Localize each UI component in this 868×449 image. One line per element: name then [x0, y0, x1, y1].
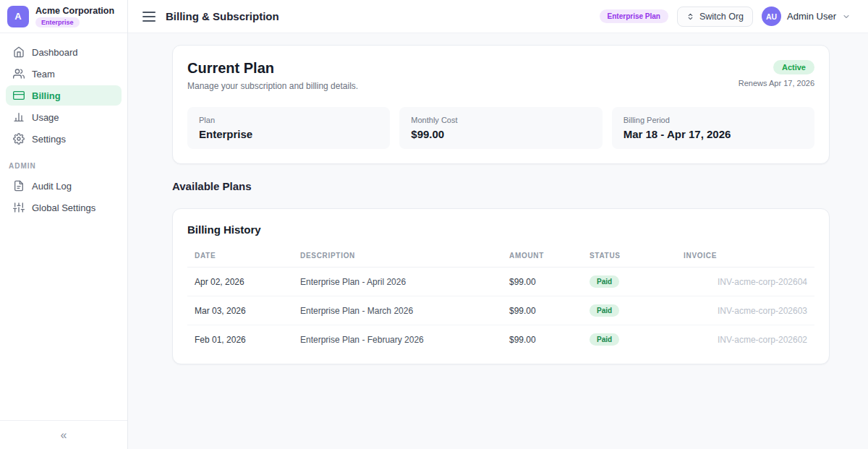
document-icon: [13, 180, 25, 192]
current-plan-card: Current Plan Manage your subscription an…: [172, 45, 830, 164]
sidebar-item-settings[interactable]: Settings: [6, 129, 122, 149]
plan-stats-row: Plan Enterprise Monthly Cost $99.00 Bill…: [187, 107, 814, 149]
cell-invoice: INV-acme-corp-202602: [676, 325, 814, 354]
billing-history-title: Billing History: [187, 223, 814, 236]
available-plans-heading: Available Plans: [172, 180, 830, 192]
cell-description: Enterprise Plan - March 2026: [293, 296, 502, 325]
renews-text: Renews Apr 17, 2026: [739, 79, 814, 87]
column-header-description: DESCRIPTION: [293, 247, 502, 268]
cell-status: Paid: [582, 268, 676, 296]
cell-invoice: INV-acme-corp-202604: [676, 268, 814, 296]
team-icon: [13, 68, 25, 80]
main-column: Billing & Subscription Enterprise Plan S…: [128, 0, 868, 449]
page-title: Billing & Subscription: [166, 10, 279, 22]
cell-date: Feb 01, 2026: [187, 325, 293, 354]
sliders-icon: [13, 202, 25, 213]
sidebar-footer: «: [0, 420, 127, 449]
sidebar-item-label: Team: [32, 69, 55, 80]
cell-status: Paid: [582, 296, 676, 325]
gear-icon: [13, 133, 25, 145]
enterprise-plan-badge: Enterprise Plan: [600, 9, 668, 23]
sidebar-item-label: Global Settings: [32, 202, 95, 213]
billing-history-card: Billing History DATE DESCRIPTION AMOUNT …: [172, 208, 830, 364]
org-name: Acme Corporation: [35, 6, 114, 16]
content-area: Current Plan Manage your subscription an…: [128, 33, 868, 449]
sidebar-item-team[interactable]: Team: [6, 64, 122, 84]
stat-label: Plan: [199, 116, 378, 124]
bar-chart-icon: [13, 111, 25, 123]
stat-label: Monthly Cost: [411, 116, 590, 124]
cell-date: Apr 02, 2026: [187, 268, 293, 296]
cell-date: Mar 03, 2026: [187, 296, 293, 325]
sidebar-item-label: Usage: [32, 112, 59, 123]
sidebar-item-usage[interactable]: Usage: [6, 107, 122, 127]
sidebar-item-label: Billing: [32, 90, 61, 101]
sidebar-item-audit-log[interactable]: Audit Log: [6, 176, 122, 196]
table-row: Apr 02, 2026 Enterprise Plan - April 202…: [187, 268, 814, 296]
home-icon: [13, 46, 25, 58]
sidebar-collapse-button[interactable]: «: [61, 429, 67, 442]
user-menu[interactable]: AU Admin User: [762, 7, 851, 26]
sidebar-section-admin: ADMIN: [0, 150, 127, 174]
swap-vertical-icon: [686, 12, 694, 21]
user-avatar: AU: [762, 7, 781, 26]
sidebar-item-label: Dashboard: [32, 47, 78, 58]
table-row: Mar 03, 2026 Enterprise Plan - March 202…: [187, 296, 814, 325]
current-plan-subtitle: Manage your subscription and billing det…: [187, 81, 358, 91]
column-header-amount: AMOUNT: [502, 247, 582, 268]
stat-label: Billing Period: [624, 116, 803, 124]
switch-org-label: Switch Org: [699, 12, 744, 22]
cell-invoice: INV-acme-corp-202603: [676, 296, 814, 325]
cell-description: Enterprise Plan - February 2026: [293, 325, 502, 354]
credit-card-icon: [13, 90, 25, 101]
sidebar-nav: Dashboard Team Billing Usage Settings: [0, 33, 127, 219]
user-name: Admin User: [787, 11, 836, 22]
table-row: Feb 01, 2026 Enterprise Plan - February …: [187, 325, 814, 354]
table-header-row: DATE DESCRIPTION AMOUNT STATUS INVOICE: [187, 247, 814, 268]
stat-value: Mar 18 - Apr 17, 2026: [624, 128, 803, 140]
billing-history-table: DATE DESCRIPTION AMOUNT STATUS INVOICE A…: [187, 247, 814, 354]
org-avatar: A: [7, 6, 29, 27]
status-badge-active: Active: [773, 60, 814, 74]
stat-value: $99.00: [411, 128, 590, 140]
sidebar-item-dashboard[interactable]: Dashboard: [6, 42, 122, 62]
column-header-date: DATE: [187, 247, 293, 268]
org-plan-badge: Enterprise: [35, 17, 80, 27]
column-header-invoice: INVOICE: [676, 247, 814, 268]
stat-plan: Plan Enterprise: [187, 107, 390, 149]
sidebar-item-billing[interactable]: Billing: [6, 85, 122, 106]
paid-badge: Paid: [590, 275, 619, 288]
sidebar-item-label: Audit Log: [32, 181, 72, 192]
hamburger-menu-icon[interactable]: [142, 12, 156, 22]
current-plan-title: Current Plan: [187, 60, 358, 77]
paid-badge: Paid: [590, 304, 619, 317]
org-header[interactable]: A Acme Corporation Enterprise: [0, 0, 127, 33]
cell-description: Enterprise Plan - April 2026: [293, 268, 502, 296]
paid-badge: Paid: [590, 333, 619, 346]
stat-monthly-cost: Monthly Cost $99.00: [399, 107, 602, 149]
chevron-down-icon: [842, 12, 851, 21]
stat-value: Enterprise: [199, 128, 378, 140]
column-header-status: STATUS: [582, 247, 676, 268]
sidebar: A Acme Corporation Enterprise Dashboard …: [0, 0, 128, 449]
switch-org-button[interactable]: Switch Org: [677, 7, 753, 27]
stat-billing-period: Billing Period Mar 18 - Apr 17, 2026: [612, 107, 814, 149]
topbar: Billing & Subscription Enterprise Plan S…: [128, 0, 868, 33]
sidebar-item-global-settings[interactable]: Global Settings: [6, 197, 122, 218]
sidebar-item-label: Settings: [32, 134, 66, 145]
cell-amount: $99.00: [502, 325, 582, 354]
cell-status: Paid: [582, 325, 676, 354]
cell-amount: $99.00: [502, 268, 582, 296]
cell-amount: $99.00: [502, 296, 582, 325]
